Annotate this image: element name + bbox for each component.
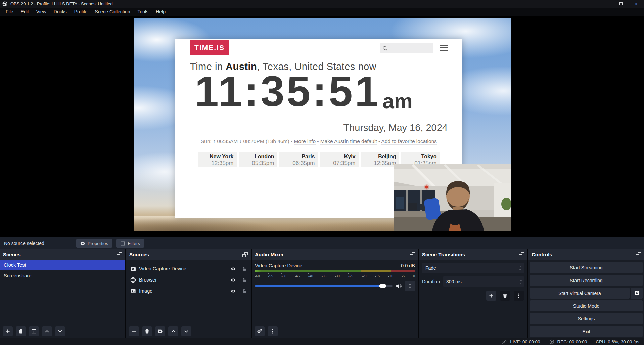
mixer-title: Audio Mixer: [255, 252, 284, 257]
source-up-button[interactable]: [168, 326, 178, 336]
scene-item-screenshare[interactable]: Screenshare: [0, 270, 125, 281]
add-source-button[interactable]: [129, 326, 139, 336]
duration-input[interactable]: 300 ms: [443, 276, 524, 287]
hamburger-menu-icon[interactable]: [440, 45, 448, 51]
city-kyiv[interactable]: Kyiv07:35pm: [320, 152, 359, 167]
virtual-camera-config-button[interactable]: [631, 288, 643, 299]
lock-icon[interactable]: [242, 277, 247, 283]
minimize-button[interactable]: [598, 0, 613, 8]
source-row-image[interactable]: Image: [126, 286, 251, 296]
city-paris[interactable]: Paris06:35pm: [279, 152, 318, 167]
scene-down-button[interactable]: [55, 326, 65, 336]
sources-panel: Sources Video Capture Device Browser Ima…: [126, 249, 251, 338]
city-london[interactable]: London05:35pm: [239, 152, 277, 167]
visibility-eye-icon[interactable]: [230, 266, 236, 272]
start-virtual-camera-button[interactable]: Start Virtual Camera: [530, 288, 630, 299]
add-scene-button[interactable]: [3, 326, 13, 336]
popout-icon[interactable]: [636, 252, 641, 257]
volume-slider-handle[interactable]: [379, 284, 386, 288]
menu-file[interactable]: File: [2, 8, 17, 16]
popout-icon[interactable]: [242, 252, 248, 257]
menu-scene-collection[interactable]: Scene Collection: [91, 8, 134, 16]
properties-button[interactable]: Properties: [76, 239, 112, 248]
clock-ampm: am: [382, 91, 413, 112]
mixer-menu-button[interactable]: [268, 326, 278, 336]
city-newyork[interactable]: New York12:35pm: [198, 152, 237, 167]
start-recording-button[interactable]: Start Recording: [530, 275, 643, 286]
search-input[interactable]: [380, 43, 433, 53]
scenes-toolbar: [0, 324, 125, 338]
trash-icon: [144, 329, 150, 334]
chevron-down-icon: [57, 329, 63, 334]
volume-meter: [255, 270, 415, 272]
filter-icon: [120, 241, 125, 246]
plus-icon: [489, 293, 494, 298]
add-transition-button[interactable]: [486, 291, 496, 301]
settings-button[interactable]: Settings: [530, 313, 643, 324]
city-beijing[interactable]: Beijing12:35am: [361, 152, 399, 167]
duration-spin-arrows[interactable]: [519, 279, 522, 284]
menu-view[interactable]: View: [33, 8, 50, 16]
kebab-dots-icon: [270, 329, 275, 334]
mixer-level-db: 0.0 dB: [401, 263, 415, 268]
menu-help[interactable]: Help: [152, 8, 169, 16]
filters-button[interactable]: Filters: [116, 239, 144, 248]
remove-scene-button[interactable]: [16, 326, 26, 336]
transition-select-arrows[interactable]: [516, 263, 524, 273]
source-properties-button[interactable]: [155, 326, 165, 336]
popout-icon[interactable]: [410, 252, 415, 257]
source-row-browser[interactable]: Browser: [126, 275, 251, 285]
menu-edit[interactable]: Edit: [17, 8, 33, 16]
webcam-overlay[interactable]: [394, 164, 511, 231]
source-row-video-capture[interactable]: Video Capture Device: [126, 264, 251, 274]
studio-mode-button[interactable]: Studio Mode: [530, 300, 643, 311]
image-icon: [130, 288, 136, 294]
sources-toolbar: [126, 324, 251, 338]
preview-area: TIME.IS Time in Austin, Texas, United St…: [0, 16, 644, 237]
scene-filters-button[interactable]: [29, 326, 39, 336]
popout-icon[interactable]: [117, 252, 122, 257]
gear-icon: [157, 329, 163, 334]
camera-icon: [130, 266, 136, 272]
chevron-down-icon: [519, 269, 522, 271]
exit-button[interactable]: Exit: [530, 326, 643, 337]
popout-icon[interactable]: [519, 252, 524, 257]
clock-display: 11:35:51 am: [195, 70, 413, 113]
sun-info-line: Sun: ↑ 06:35AM ↓ 08:20PM (13h 46m) - Mor…: [175, 138, 462, 144]
menu-tools[interactable]: Tools: [134, 8, 152, 16]
mixer-toolbar: [252, 324, 418, 338]
lock-icon[interactable]: [242, 266, 247, 271]
visibility-eye-icon[interactable]: [230, 288, 236, 294]
scene-up-button[interactable]: [42, 326, 52, 336]
plus-icon: [5, 329, 10, 334]
controls-title: Controls: [532, 252, 552, 257]
audio-mixer-panel: Audio Mixer Video Capture Device 0.0 dB …: [252, 249, 418, 338]
remove-source-button[interactable]: [142, 326, 152, 336]
advanced-audio-button[interactable]: [255, 326, 265, 336]
remove-transition-button[interactable]: [500, 291, 510, 301]
lock-icon[interactable]: [242, 289, 247, 294]
scene-transitions-panel: Scene Transitions Fade Duration 300: [419, 249, 527, 338]
volume-slider[interactable]: [255, 283, 393, 289]
menu-profile[interactable]: Profile: [71, 8, 91, 16]
add-favorite-link[interactable]: Add to favorite locations: [381, 138, 437, 145]
more-info-link[interactable]: More info: [294, 138, 316, 145]
scene-item-clock-test[interactable]: Clock Test: [0, 260, 125, 270]
visibility-eye-icon[interactable]: [230, 277, 236, 283]
filter-icon: [31, 329, 37, 334]
source-down-button[interactable]: [181, 326, 191, 336]
close-button[interactable]: ×: [629, 0, 644, 8]
mixer-channel-menu-button[interactable]: [405, 281, 415, 291]
transition-menu-button[interactable]: [514, 291, 524, 301]
chevron-up-icon: [519, 266, 522, 268]
chevron-up-icon: [519, 279, 522, 281]
transition-select[interactable]: Fade: [422, 263, 524, 273]
speaker-icon[interactable]: [396, 283, 402, 289]
chevron-up-icon: [171, 329, 176, 334]
program-canvas[interactable]: TIME.IS Time in Austin, Texas, United St…: [134, 18, 511, 231]
controls-panel: Controls Start Streaming Start Recording…: [528, 249, 644, 338]
maximize-button[interactable]: [613, 0, 629, 8]
start-streaming-button[interactable]: Start Streaming: [530, 262, 643, 273]
make-default-link[interactable]: Make Austin time default: [320, 138, 377, 145]
menu-docks[interactable]: Docks: [50, 8, 71, 16]
